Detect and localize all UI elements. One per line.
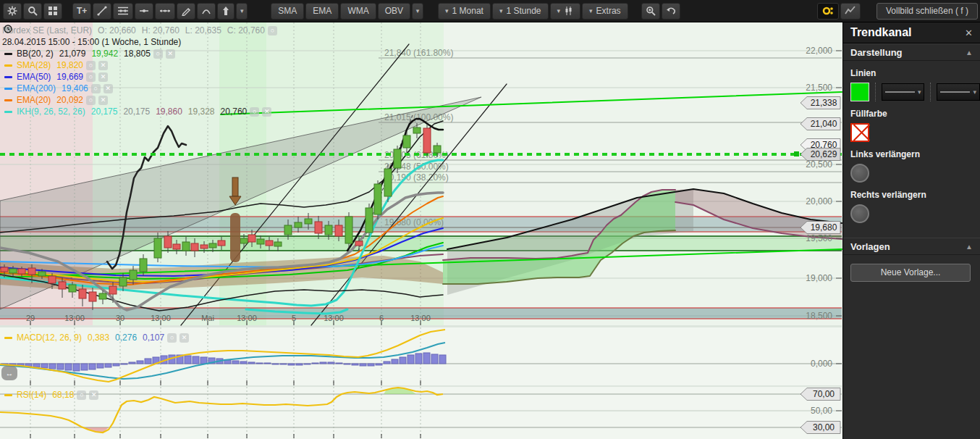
dotted-line-tool-icon[interactable]: [155, 3, 175, 20]
macd-histogram-bar: [288, 364, 295, 365]
candle: [295, 222, 302, 227]
macd-histogram-bar: [145, 359, 151, 364]
macd-histogram-bar: [304, 364, 311, 364]
svg-text:21,840 (161.80%): 21,840 (161.80%): [384, 48, 453, 58]
candle: [154, 238, 161, 258]
line-style-dropdown-2[interactable]: ▾: [937, 83, 980, 101]
fibonacci-tool-icon[interactable]: [113, 3, 133, 20]
section-darstellung[interactable]: Darstellung ▲: [843, 43, 980, 61]
rechts-verlaengern-toggle[interactable]: [850, 204, 869, 223]
candle: [434, 146, 441, 153]
toolbar-group-indicators: SMA EMA WMA OBV ▾: [271, 3, 425, 20]
macd-histogram-bar: [193, 356, 199, 364]
fill-color-none-swatch[interactable]: [850, 123, 869, 142]
macd-histogram-bar: [121, 364, 127, 364]
scroll-handle[interactable]: ↔: [1, 366, 17, 380]
interval-dropdown[interactable]: ▾1 Stunde: [492, 3, 549, 20]
chart-zigzag-icon[interactable]: [840, 3, 861, 20]
toolbar-group-main: [3, 3, 64, 20]
app-window: T+ ▾ SMA EMA WMA OBV ▾ ▾1 Monat ▾1 Stund…: [0, 0, 980, 439]
legend-settings-button[interactable]: ○: [86, 72, 96, 82]
legend-settings-button[interactable]: ○: [153, 49, 163, 59]
legend-settings-button[interactable]: ○: [268, 26, 277, 35]
undo-icon[interactable]: [662, 3, 680, 20]
fullscreen-close-button[interactable]: Vollbild schließen ( f ): [876, 3, 978, 20]
links-verlaengern-toggle[interactable]: [850, 164, 869, 183]
legend-close-button[interactable]: ✕: [98, 61, 108, 70]
macd-histogram-bar: [113, 364, 119, 366]
indicator-button-ema[interactable]: EMA: [305, 3, 339, 20]
legend-close-button[interactable]: ✕: [179, 333, 189, 343]
macd-histogram-bar: [65, 364, 72, 370]
current-price-marker: [794, 151, 799, 156]
neue-vorlage-button[interactable]: Neue Vorlage...: [850, 264, 971, 282]
arc-tool-icon[interactable]: [197, 3, 216, 20]
macd-histogram-bar: [105, 364, 111, 367]
macd-histogram-bar: [232, 361, 239, 364]
collapse-icon[interactable]: ▲: [966, 49, 973, 57]
search-icon[interactable]: [23, 3, 42, 20]
legend-close-button[interactable]: ✕: [89, 390, 98, 400]
text-tool-button[interactable]: T+: [72, 3, 91, 20]
trendline-tool-icon[interactable]: [93, 3, 111, 20]
macd-histogram-bar: [296, 364, 303, 365]
indicator-button-sma[interactable]: SMA: [271, 3, 304, 20]
macd-histogram-bar: [81, 364, 88, 370]
section-vorlagen[interactable]: Vorlagen ▲: [843, 238, 980, 255]
settings-gear-icon[interactable]: [3, 3, 22, 20]
svg-text:19,500: 19,500: [806, 233, 832, 243]
candle: [18, 269, 25, 274]
panel-header: Trendkanal ✕: [843, 22, 980, 43]
svg-text:18,500: 18,500: [806, 311, 832, 321]
layout-grid-icon[interactable]: [43, 3, 62, 20]
arrow-up-tool-icon[interactable]: [217, 3, 235, 20]
horizontal-line-tool-icon[interactable]: [135, 3, 153, 20]
candle: [173, 244, 180, 249]
line-color-swatch[interactable]: [850, 83, 869, 101]
legend-close-button[interactable]: ✕: [98, 96, 108, 105]
panel-close-icon[interactable]: ✕: [965, 28, 973, 38]
line-style-dropdown-1[interactable]: ▾: [882, 83, 925, 101]
legend-close-button[interactable]: ✕: [166, 49, 175, 59]
legend-settings-button[interactable]: ○: [250, 107, 259, 117]
chart-style-dropdown[interactable]: ▾: [550, 3, 581, 20]
svg-text:19,680: 19,680: [811, 222, 837, 233]
timeframe-dropdown[interactable]: ▾1 Monat: [438, 3, 491, 20]
legend-settings-button[interactable]: ○: [86, 61, 96, 70]
indicator-button-wma[interactable]: WMA: [340, 3, 376, 20]
line-style-row: ▾ ▾: [850, 83, 980, 101]
collapse-icon[interactable]: ▲: [966, 243, 973, 251]
legend-close-button[interactable]: ✕: [104, 84, 113, 93]
macd-histogram-bar: [384, 361, 390, 364]
zoom-in-icon[interactable]: [641, 3, 660, 20]
macd-histogram-bar: [57, 364, 64, 369]
svg-text:20,190 (38.20%): 20,190 (38.20%): [384, 172, 449, 183]
pencil-tool-icon[interactable]: [177, 3, 195, 20]
draw-tools-dropdown-caret[interactable]: ▾: [236, 3, 248, 20]
candle: [89, 292, 96, 301]
indicators-dropdown-caret[interactable]: ▾: [412, 3, 423, 20]
down-arrow-icon: [232, 177, 238, 196]
legend-settings-button[interactable]: ○: [86, 96, 96, 105]
legend-settings-button[interactable]: ○: [77, 390, 86, 400]
toolbar-group-zoom: [641, 3, 682, 20]
top-toolbar: T+ ▾ SMA EMA WMA OBV ▾ ▾1 Monat ▾1 Stund…: [0, 0, 980, 22]
candle: [1, 267, 8, 272]
chart-svg[interactable]: 21,840 (161.80%)21,015 (100.00%)20,505 (…: [0, 22, 842, 439]
legend-close-button[interactable]: ✕: [98, 72, 108, 82]
svg-text:21,338: 21,338: [811, 98, 837, 108]
candle: [423, 128, 431, 153]
extras-dropdown[interactable]: ▾Extras: [582, 3, 628, 20]
linien-label: Linien: [850, 68, 980, 78]
macd-histogram-bar: [97, 364, 104, 368]
chart-canvas[interactable]: 21,840 (161.80%)21,015 (100.00%)20,505 (…: [0, 22, 842, 439]
indicator-button-obv[interactable]: OBV: [378, 3, 410, 20]
bubbles-icon[interactable]: [817, 3, 839, 20]
candle: [28, 268, 35, 275]
legend-close-button[interactable]: ✕: [262, 107, 271, 117]
legend-settings-button[interactable]: ○: [91, 84, 101, 93]
macd-histogram-bar: [248, 362, 255, 364]
macd-histogram-bar: [49, 364, 56, 369]
candle: [99, 293, 106, 299]
legend-settings-button[interactable]: ○: [167, 333, 177, 343]
